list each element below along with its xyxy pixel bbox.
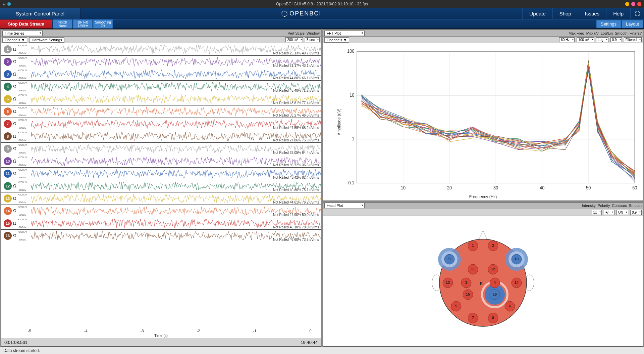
channel-toggle-5[interactable]: 5 (4, 95, 12, 103)
svg-text:20: 20 (447, 185, 452, 191)
impedance-icon[interactable]: Ω (13, 121, 16, 130)
impedance-icon[interactable]: Ω (13, 183, 16, 192)
svg-text:50: 50 (586, 185, 591, 191)
help-button[interactable]: Help (606, 8, 630, 19)
fft-maxuv-select[interactable]: 100 uV (577, 37, 594, 42)
impedance-icon[interactable]: Ω (13, 208, 16, 217)
impedance-icon[interactable]: Ω (13, 196, 16, 205)
channel-toggle-4[interactable]: 4 (4, 83, 12, 91)
impedance-icon[interactable]: Ω (13, 109, 16, 118)
fft-smooth-select[interactable]: 0.9 (610, 37, 622, 42)
svg-text:0.1: 0.1 (348, 180, 355, 185)
channel-status: Not Railed 44.61% 76.2 uVrms (272, 201, 320, 204)
impedance-icon[interactable]: Ω (13, 233, 16, 242)
svg-marker-21 (479, 231, 487, 239)
channel-toggle-8[interactable]: 8 (4, 132, 12, 140)
channel-row: 4 Ω +200uV-200uV Not Railed 45.48% 71.2 … (1, 81, 321, 93)
channel-row: 13 Ω +200uV-200uV Not Railed 44.61% 76.2… (1, 192, 321, 205)
window-close-icon[interactable] (637, 2, 641, 6)
fft-loglin-select[interactable]: Log (596, 37, 608, 42)
svg-text:2: 2 (492, 244, 494, 248)
impedance-icon[interactable]: Ω (13, 171, 16, 180)
svg-text:11: 11 (471, 267, 475, 271)
widget-select-fft[interactable]: FFT Plot (324, 31, 365, 36)
notch-filter-button[interactable]: Notch None (53, 19, 72, 29)
impedance-icon[interactable]: Ω (13, 72, 16, 80)
channel-row: 10 Ω +200uV-200uV Not Railed 39.72% 36.6… (1, 155, 321, 168)
channel-status: Not Railed 31.17% 43.1 uVrms (272, 64, 320, 68)
fft-header: FFT Plot Max Freq Max uV Log/Lin Smooth … (323, 30, 643, 37)
fft-channels-dropdown[interactable]: Channels ▼ (324, 37, 349, 43)
channel-toggle-16[interactable]: 16 (4, 232, 12, 240)
window-maximize-icon[interactable] (631, 2, 635, 6)
fft-svg: 0.1110100102030405060 (340, 47, 639, 197)
window-minimize-icon[interactable] (625, 2, 629, 6)
brand-logo: OPENBCI (80, 8, 522, 19)
impedance-icon[interactable]: Ω (13, 146, 16, 155)
widget-select-headplot[interactable]: Head Plot (324, 203, 365, 208)
impedance-icon[interactable]: Ω (13, 59, 16, 68)
layout-button[interactable]: Layout (622, 20, 643, 28)
window-select[interactable]: 5 sec (305, 37, 320, 42)
impedance-icon[interactable]: Ω (13, 96, 16, 105)
channel-toggle-6[interactable]: 6 (4, 107, 12, 116)
fft-xlabel: Frequency (Hz) (469, 194, 497, 199)
channel-row: 6 Ω +200uV-200uV Not Railed 33.27% 46.0 … (1, 105, 321, 118)
vert-scale-select[interactable]: 200 uV (285, 37, 303, 42)
hardware-settings-button[interactable]: Hardware Settings (29, 37, 64, 43)
wall-clock: 19:40:44 (301, 340, 318, 345)
channel-toggle-10[interactable]: 10 (4, 157, 12, 165)
app-indicator-icon (7, 2, 11, 6)
update-button[interactable]: Update (522, 8, 552, 19)
system-control-panel-button[interactable]: System Control Panel (0, 8, 80, 19)
channel-toggle-9[interactable]: 9 (4, 145, 12, 153)
status-bar: Data stream started. (0, 347, 644, 354)
channel-row: 16 Ω +200uV-200uV Not Railed 46.60% 73.5… (1, 230, 321, 242)
impedance-icon[interactable]: Ω (13, 47, 16, 55)
channel-status: Not Railed 24.90% 50.0 uVrms (272, 213, 320, 217)
channel-toggle-11[interactable]: 11 (4, 170, 12, 178)
channel-toggle-7[interactable]: 7 (4, 120, 12, 128)
expand-icon[interactable]: ⛶ (630, 8, 644, 19)
fft-maxfreq-select[interactable]: 60 Hz (559, 37, 575, 42)
widget-select-timeseries[interactable]: Time Series (2, 31, 43, 36)
channel-toggle-2[interactable]: 2 (4, 58, 12, 66)
impedance-icon[interactable]: Ω (13, 134, 16, 142)
head-contours-select[interactable]: ON (616, 210, 628, 215)
channel-status: Not Railed 45.48% 71.2 uVrms (272, 89, 320, 92)
channel-toggle-13[interactable]: 13 (4, 194, 12, 203)
channel-toggle-14[interactable]: 14 (4, 207, 12, 215)
headplot-subheader: 1x +/- ON 0.9 (323, 209, 643, 216)
timeseries-x-axis: Time (s) -5-4-3-2-10 (1, 328, 321, 338)
settings-button[interactable]: Settings (596, 20, 621, 28)
smoothing-button[interactable]: Smoothing Off (93, 19, 113, 29)
vert-scale-label: Vert Scale (288, 31, 305, 35)
channel-row: 3 Ω +200uV-200uV Not Railed 44.80% 66.1 … (1, 68, 321, 81)
stop-stream-button[interactable]: Stop Data Stream (0, 19, 52, 29)
channel-toggle-12[interactable]: 12 (4, 182, 12, 190)
svg-text:10: 10 (350, 92, 354, 98)
impedance-icon[interactable]: Ω (13, 159, 16, 167)
fft-filters-select[interactable]: Filtered (624, 37, 642, 42)
head-polarity-select[interactable]: +/- (604, 210, 614, 215)
bandpass-filter-button[interactable]: BP Filt 1-50Hz (73, 19, 93, 29)
svg-text:R: R (480, 281, 483, 285)
head-smooth-select[interactable]: 0.9 (630, 210, 642, 215)
channel-status: Not Railed 27.86% 75.9 uVrms (272, 138, 320, 142)
impedance-icon[interactable]: Ω (13, 84, 16, 93)
issues-button[interactable]: Issues (578, 8, 606, 19)
channel-toggle-3[interactable]: 3 (4, 70, 12, 78)
channel-status: Not Railed 43.42% 82.4 uVrms (272, 176, 320, 179)
head-intensity-select[interactable]: 1x (592, 210, 602, 215)
channels-dropdown[interactable]: Channels ▼ (2, 37, 27, 43)
svg-text:5: 5 (455, 304, 457, 308)
channel-status: Not Railed 44.80% 66.1 uVrms (272, 76, 320, 80)
channel-row: 1 Ω +200uV-200uV Not Railed 25.13% 49.7 … (1, 43, 321, 56)
shop-button[interactable]: Shop (552, 8, 578, 19)
window-title: OpenBCI GUI v5.0.8 - 2021/10/02 01:10:10… (276, 2, 368, 6)
workspace: Time Series Vert Scale Window Channels ▼… (0, 29, 644, 347)
impedance-icon[interactable]: Ω (13, 221, 16, 229)
channel-toggle-15[interactable]: 15 (4, 219, 12, 227)
channel-row: 12 Ω +200uV-200uV Not Railed 40.86% 75.1… (1, 180, 321, 192)
channel-toggle-1[interactable]: 1 (4, 45, 12, 53)
